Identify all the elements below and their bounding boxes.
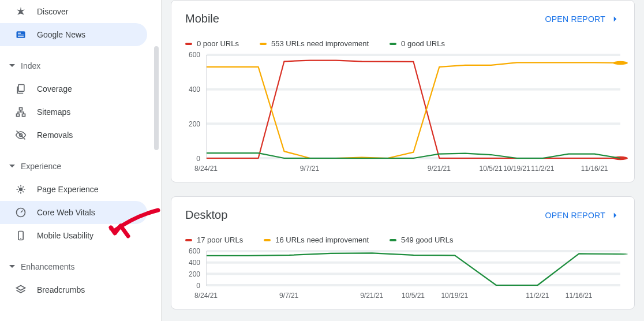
- sidebar-item-removals[interactable]: Removals: [0, 124, 147, 147]
- y-tick-label: 200: [189, 270, 200, 278]
- caret-down-icon: [9, 163, 15, 169]
- legend-desktop: 17 poor URLs 16 URLs need improvement 54…: [185, 236, 620, 244]
- x-tick-label: 11/16/21: [566, 292, 593, 300]
- y-tick-label: 600: [189, 51, 200, 59]
- legend-swatch-improve: [264, 239, 271, 241]
- plot-area: [206, 55, 620, 159]
- x-tick-label: 9/7/21: [300, 165, 319, 173]
- sitemap-icon: [14, 105, 28, 119]
- sidebar-section-label: Experience: [21, 162, 61, 171]
- x-axis: 8/24/219/7/219/21/2110/5/2110/19/2111/2/…: [206, 161, 620, 176]
- svg-point-10: [19, 188, 23, 192]
- sidebar-item-label: Page Experience: [37, 185, 99, 193]
- x-tick-label: 8/24/21: [194, 292, 218, 300]
- y-axis: 0200400600: [185, 55, 203, 159]
- y-tick-label: 600: [189, 247, 200, 255]
- scrollbar-thumb[interactable]: [154, 46, 159, 150]
- x-tick-label: 11/2/21: [526, 292, 549, 300]
- legend-swatch-good: [390, 239, 396, 241]
- x-tick-label: 10/5/21: [480, 165, 503, 173]
- sidebar-item-mobile-usability[interactable]: Mobile Usability: [0, 224, 147, 247]
- x-tick-label: 11/2/21: [531, 165, 554, 173]
- chevron-right-icon: [610, 210, 620, 221]
- open-report-label: OPEN REPORT: [545, 14, 605, 24]
- sidebar-item-breadcrumbs[interactable]: Breadcrumbs: [0, 278, 147, 301]
- legend-item-poor: 17 poor URLs: [185, 236, 243, 244]
- sidebar-item-core-web-vitals[interactable]: Core Web Vitals: [0, 201, 147, 224]
- eye-off-icon: [14, 128, 28, 142]
- x-tick-label: 9/7/21: [279, 292, 298, 300]
- svg-rect-7: [23, 114, 25, 116]
- open-report-button-mobile[interactable]: OPEN REPORT: [545, 14, 620, 24]
- legend-label: 0 poor URLs: [197, 39, 239, 48]
- speedometer-icon: [14, 206, 28, 219]
- chart-svg: [207, 55, 620, 158]
- legend-item-improve: 16 URLs need improvement: [264, 236, 369, 244]
- x-axis: 8/24/219/7/219/21/2110/5/2110/19/2111/2/…: [206, 288, 620, 303]
- series-endpoint: [613, 61, 628, 65]
- phone-icon: [14, 229, 28, 242]
- sidebar-item-label: Core Web Vitals: [37, 208, 95, 217]
- open-report-label: OPEN REPORT: [545, 211, 605, 220]
- sidebar-item-coverage[interactable]: Coverage: [0, 77, 147, 100]
- y-tick-label: 0: [196, 155, 200, 163]
- legend-label: 16 URLs need improvement: [275, 236, 369, 244]
- legend-swatch-improve: [260, 43, 267, 45]
- legend-swatch-good: [390, 43, 396, 45]
- y-tick-label: 400: [189, 259, 200, 267]
- plot-area: [206, 251, 620, 286]
- svg-rect-3: [18, 36, 24, 37]
- sidebar-section-experience[interactable]: Experience: [0, 155, 161, 178]
- series-endpoint: [613, 253, 628, 255]
- sidebar-section-label: Enhancements: [21, 262, 74, 271]
- card-title-desktop: Desktop: [185, 208, 227, 222]
- y-tick-label: 400: [189, 85, 200, 94]
- svg-rect-5: [20, 108, 23, 110]
- layers-icon: [14, 283, 28, 297]
- card-desktop: Desktop OPEN REPORT 17 poor URLs 16 URLs…: [171, 196, 635, 309]
- sidebar-item-label: Mobile Usability: [37, 232, 93, 240]
- x-tick-label: 10/19/21: [503, 165, 530, 173]
- sidebar-item-label: Removals: [37, 131, 73, 139]
- svg-rect-1: [18, 33, 21, 34]
- sidebar-item-sitemaps[interactable]: Sitemaps: [0, 100, 147, 124]
- x-tick-label: 10/19/21: [441, 292, 468, 300]
- asterisk-icon: [14, 5, 28, 18]
- x-tick-label: 10/5/21: [402, 292, 425, 300]
- chevron-right-icon: [610, 14, 620, 24]
- sidebar-item-page-experience[interactable]: Page Experience: [0, 178, 147, 201]
- x-tick-label: 8/24/21: [194, 165, 218, 173]
- sidebar-item-google-news[interactable]: Google News: [0, 23, 147, 46]
- legend-item-good: 549 good URLs: [390, 236, 453, 244]
- legend-label: 0 good URLs: [401, 39, 445, 48]
- legend-mobile: 0 poor URLs 553 URLs need improvement 0 …: [185, 39, 620, 48]
- legend-label: 17 poor URLs: [197, 236, 243, 244]
- sidebar-item-label: Sitemaps: [37, 108, 70, 116]
- svg-rect-6: [17, 114, 20, 116]
- sidebar-item-label: Google News: [37, 31, 85, 39]
- series-line: [207, 253, 620, 285]
- caret-down-icon: [9, 264, 15, 270]
- sidebar-section-label: Index: [21, 61, 40, 70]
- y-axis: 0200400600: [185, 251, 203, 286]
- svg-rect-2: [18, 35, 24, 35]
- open-report-button-desktop[interactable]: OPEN REPORT: [545, 210, 620, 221]
- sidebar-item-discover[interactable]: Discover: [0, 0, 147, 23]
- y-tick-label: 0: [196, 282, 200, 290]
- legend-label: 549 good URLs: [401, 236, 453, 244]
- sidebar: Discover Google News Index Coverage Site…: [0, 0, 162, 321]
- sidebar-section-enhancements[interactable]: Enhancements: [0, 255, 161, 278]
- x-tick-label: 9/21/21: [360, 292, 383, 300]
- sidebar-item-label: Breadcrumbs: [37, 286, 85, 294]
- chart-desktop: 0200400600 8/24/219/7/219/21/2110/5/2110…: [185, 251, 620, 303]
- series-line: [207, 61, 620, 158]
- legend-item-good: 0 good URLs: [390, 39, 445, 48]
- legend-label: 553 URLs need improvement: [271, 39, 369, 48]
- legend-item-poor: 0 poor URLs: [185, 39, 239, 48]
- x-tick-label: 11/16/21: [581, 165, 608, 173]
- legend-swatch-poor: [185, 239, 192, 241]
- chart-mobile: 0200400600 8/24/219/7/219/21/2110/5/2110…: [185, 55, 620, 176]
- sidebar-section-index[interactable]: Index: [0, 54, 161, 77]
- legend-swatch-poor: [185, 43, 192, 45]
- card-title-mobile: Mobile: [185, 12, 219, 25]
